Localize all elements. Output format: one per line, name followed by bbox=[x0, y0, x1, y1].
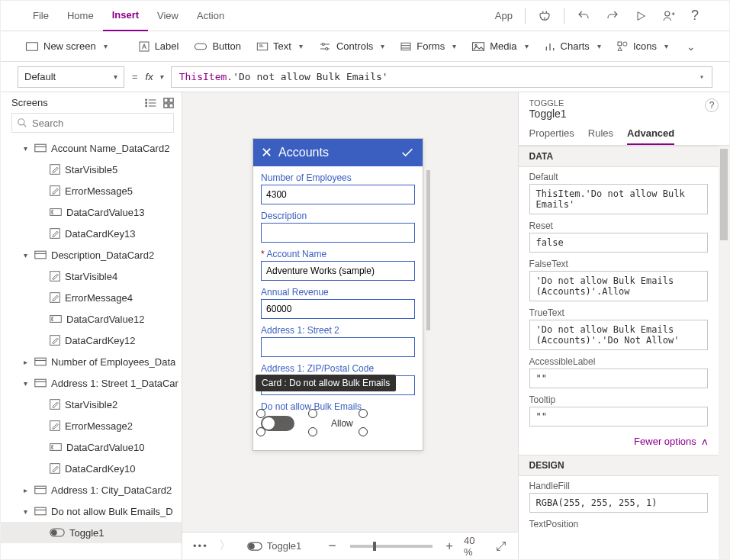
tree-node[interactable]: ▸Number of Employees_Data bbox=[1, 351, 182, 372]
tree-node[interactable]: DataCardKey10 bbox=[1, 458, 182, 479]
tree-node[interactable]: DataCardValue13 bbox=[1, 201, 182, 223]
tree-node[interactable]: ▾Description_DataCard2 bbox=[1, 244, 182, 266]
ribbon-more-icon[interactable]: ⌄ bbox=[676, 31, 703, 62]
canvas-body[interactable]: ✕ Accounts Number of EmployeesDescriptio… bbox=[182, 92, 518, 532]
tree[interactable]: ▾Account Name_DataCard2StarVisible5Error… bbox=[1, 137, 182, 559]
menu-app[interactable]: App bbox=[487, 10, 520, 21]
tree-node[interactable]: DataCardKey12 bbox=[1, 330, 182, 351]
fx-label[interactable]: fx▾ bbox=[146, 71, 163, 82]
form-card[interactable]: Number of Employees bbox=[261, 172, 415, 204]
section-design: DESIGN bbox=[519, 455, 719, 476]
properties-scrollbar[interactable] bbox=[719, 146, 729, 559]
toggle-control[interactable] bbox=[261, 416, 294, 431]
svg-point-14 bbox=[146, 102, 147, 104]
share-icon[interactable] bbox=[654, 9, 683, 23]
form-card[interactable]: Address 1: Street 2 bbox=[261, 325, 415, 357]
text-button[interactable]: Text▾ bbox=[249, 31, 310, 62]
button-icon bbox=[194, 41, 207, 52]
svg-rect-21 bbox=[35, 144, 46, 152]
help-icon[interactable]: ? bbox=[683, 8, 706, 24]
button-button[interactable]: Button bbox=[186, 31, 249, 62]
search-box[interactable] bbox=[11, 113, 174, 133]
undo-icon[interactable] bbox=[569, 9, 598, 23]
tree-node[interactable]: StarVisible5 bbox=[1, 159, 182, 180]
form-card[interactable]: Annual Revenue bbox=[261, 287, 415, 319]
svg-rect-31 bbox=[35, 358, 46, 365]
formula-input[interactable]: ThisItem.'Do not allow Bulk Emails' ▾ bbox=[171, 66, 712, 88]
svg-point-13 bbox=[146, 99, 147, 101]
check-icon[interactable] bbox=[400, 146, 415, 159]
card-input[interactable] bbox=[261, 185, 415, 204]
tree-node[interactable]: ▾Do not allow Bulk Emails_D bbox=[1, 500, 182, 522]
form-scrollbar[interactable] bbox=[426, 170, 430, 330]
tree-node[interactable]: DataCardValue10 bbox=[1, 436, 182, 458]
tree-node[interactable]: DataCardValue12 bbox=[1, 308, 182, 330]
tree-list-icon[interactable] bbox=[145, 98, 157, 108]
breadcrumb-more-icon[interactable]: ••• bbox=[193, 540, 208, 552]
tree-node[interactable]: StarVisible2 bbox=[1, 394, 182, 415]
tree-node[interactable]: DataCardKey13 bbox=[1, 223, 182, 244]
prop-truetext[interactable]: 'Do not allow Bulk Emails (Accounts)'.'D… bbox=[529, 320, 708, 350]
properties-body[interactable]: DATA DefaultThisItem.'Do not allow Bulk … bbox=[519, 146, 729, 559]
menu-action[interactable]: Action bbox=[188, 1, 233, 31]
menu-home[interactable]: Home bbox=[58, 1, 103, 31]
prop-falsetext[interactable]: 'Do not allow Bulk Emails (Accounts)'.Al… bbox=[529, 271, 708, 301]
form-card[interactable]: Account Name bbox=[261, 249, 415, 281]
zoom-slider[interactable] bbox=[350, 545, 433, 548]
tree-node[interactable]: ▾Address 1: Street 1_DataCar bbox=[1, 372, 182, 394]
card-input[interactable] bbox=[261, 299, 415, 319]
breadcrumb-toggle[interactable]: Toggle1 bbox=[242, 538, 307, 554]
help-icon[interactable]: ? bbox=[705, 98, 719, 112]
close-icon[interactable]: ✕ bbox=[261, 144, 272, 161]
svg-rect-26 bbox=[35, 251, 46, 259]
property-select[interactable]: Default▾ bbox=[18, 66, 124, 88]
screen-title: Accounts bbox=[278, 146, 394, 159]
screen-icon bbox=[25, 41, 39, 52]
tree-node[interactable]: ▾Account Name_DataCard2 bbox=[1, 137, 182, 159]
tree-node[interactable]: ErrorMessage2 bbox=[1, 415, 182, 436]
menu-view[interactable]: View bbox=[148, 1, 188, 31]
zoom-out-button[interactable]: − bbox=[328, 538, 336, 554]
prop-tooltip[interactable]: "" bbox=[529, 407, 708, 426]
card-input[interactable] bbox=[261, 261, 415, 281]
zoom-in-button[interactable]: + bbox=[446, 539, 453, 553]
card-input[interactable] bbox=[261, 337, 415, 357]
screen-header: ✕ Accounts bbox=[253, 139, 423, 166]
toggle-card[interactable]: Do not allow Bulk EmailsAllow bbox=[261, 401, 415, 433]
card-tooltip: Card : Do not allow Bulk Emails bbox=[256, 375, 396, 391]
prop-reset[interactable]: false bbox=[529, 233, 708, 253]
prop-handlefill[interactable]: RGBA(255, 255, 255, 1) bbox=[529, 493, 708, 513]
tab-properties[interactable]: Properties bbox=[529, 123, 574, 145]
card-input[interactable] bbox=[261, 223, 415, 243]
charts-icon bbox=[544, 41, 556, 52]
tree-grid-icon[interactable] bbox=[163, 98, 174, 108]
tab-rules[interactable]: Rules bbox=[588, 123, 613, 145]
tree-node[interactable]: ▸Address 1: City_DataCard2 bbox=[1, 479, 182, 500]
form-card[interactable]: Description bbox=[261, 211, 415, 243]
media-button[interactable]: Media▾ bbox=[464, 31, 535, 62]
redo-icon[interactable] bbox=[598, 9, 627, 23]
play-icon[interactable] bbox=[627, 10, 654, 22]
phone-preview: ✕ Accounts Number of EmployeesDescriptio… bbox=[252, 138, 423, 451]
tree-node[interactable]: ErrorMessage4 bbox=[1, 287, 182, 308]
tree-node[interactable]: ErrorMessage5 bbox=[1, 180, 182, 201]
new-screen-button[interactable]: New screen▾ bbox=[18, 31, 115, 62]
prop-default[interactable]: ThisItem.'Do not allow Bulk Emails' bbox=[529, 184, 708, 214]
menu-file[interactable]: File bbox=[24, 1, 58, 31]
search-input[interactable] bbox=[32, 117, 169, 129]
fewer-options-link[interactable]: Fewer options ʌ bbox=[634, 436, 708, 447]
fit-icon[interactable] bbox=[495, 540, 507, 552]
chevron-down-icon[interactable]: ▾ bbox=[699, 72, 704, 81]
tree-node[interactable]: StarVisible4 bbox=[1, 266, 182, 287]
app-checker-icon[interactable] bbox=[530, 9, 559, 23]
controls-button[interactable]: Controls▾ bbox=[310, 31, 392, 62]
menu-insert[interactable]: Insert bbox=[103, 1, 148, 31]
icons-button[interactable]: Icons▾ bbox=[609, 31, 676, 62]
tab-advanced[interactable]: Advanced bbox=[627, 123, 674, 145]
forms-button[interactable]: Forms▾ bbox=[392, 31, 464, 62]
tree-node[interactable]: Toggle1 bbox=[1, 522, 182, 543]
charts-button[interactable]: Charts▾ bbox=[536, 31, 609, 62]
prop-accessiblelabel[interactable]: "" bbox=[529, 369, 708, 388]
menu-bar: File Home Insert View Action App ? bbox=[1, 1, 729, 31]
label-button[interactable]: Label bbox=[130, 31, 187, 62]
